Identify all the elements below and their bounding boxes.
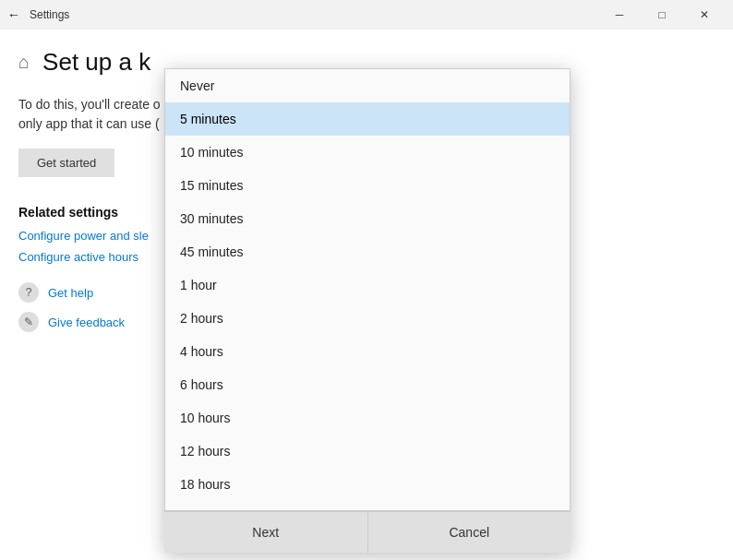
window-controls: ─ □ ✕	[598, 0, 726, 30]
dropdown-item-12[interactable]: 18 hours	[165, 468, 570, 501]
main-content: ⌂ Set up a k To do this, you'll create o…	[0, 30, 733, 560]
modal-overlay: Never5 minutes10 minutes15 minutes30 min…	[0, 30, 733, 560]
dropdown-item-8[interactable]: 4 hours	[165, 335, 570, 368]
dropdown-item-1[interactable]: 5 minutes	[165, 102, 570, 136]
titlebar-left: ← Settings	[7, 7, 69, 22]
dropdown-item-0[interactable]: Never	[165, 69, 570, 102]
dropdown-list[interactable]: Never5 minutes10 minutes15 minutes30 min…	[164, 68, 571, 511]
back-button[interactable]: ←	[7, 7, 20, 22]
dropdown-item-5[interactable]: 45 minutes	[165, 235, 570, 268]
cancel-button[interactable]: Cancel	[368, 512, 571, 553]
dialog: Never5 minutes10 minutes15 minutes30 min…	[164, 68, 571, 553]
dropdown-item-6[interactable]: 1 hour	[165, 268, 570, 302]
close-button[interactable]: ✕	[683, 0, 726, 30]
dropdown-item-10[interactable]: 10 hours	[165, 401, 570, 435]
dropdown-item-4[interactable]: 30 minutes	[165, 202, 570, 235]
titlebar: ← Settings ─ □ ✕	[0, 0, 733, 30]
dropdown-item-2[interactable]: 10 minutes	[165, 136, 570, 169]
minimize-button[interactable]: ─	[598, 0, 641, 30]
dropdown-item-3[interactable]: 15 minutes	[165, 169, 570, 202]
dropdown-item-9[interactable]: 6 hours	[165, 368, 570, 401]
dialog-footer: Next Cancel	[164, 511, 571, 553]
maximize-button[interactable]: □	[641, 0, 683, 30]
next-button[interactable]: Next	[164, 512, 368, 553]
dropdown-item-11[interactable]: 12 hours	[165, 435, 570, 468]
dropdown-item-7[interactable]: 2 hours	[165, 302, 570, 335]
dropdown-item-13[interactable]: 24 hours	[165, 501, 570, 511]
app-title: Settings	[30, 8, 69, 21]
